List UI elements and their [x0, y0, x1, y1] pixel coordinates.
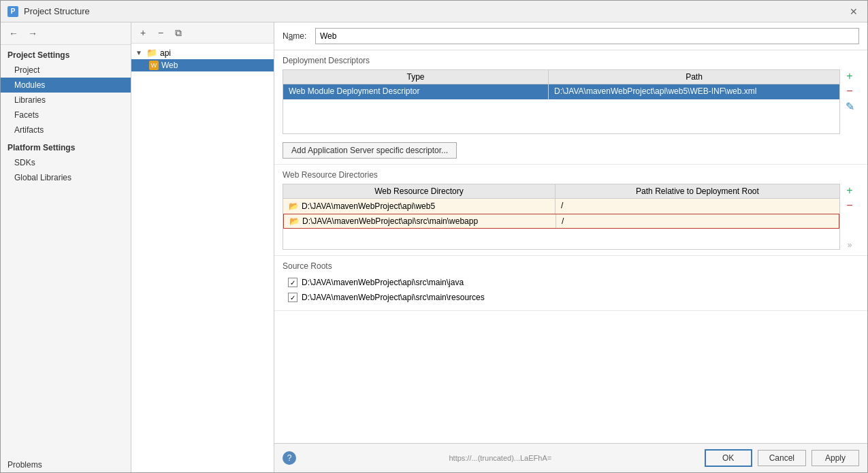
- web-resource-section: Web Resource Directories Web Resource Di…: [274, 165, 867, 256]
- dd-col-type-header: Type: [283, 70, 549, 84]
- project-settings-label: Project Settings: [1, 45, 131, 63]
- apply-button[interactable]: Apply: [811, 450, 859, 466]
- wd-empty-area: [283, 229, 839, 249]
- source-root-0-label: D:\JAVA\mavenWebProject\api\src\main\jav…: [302, 278, 464, 287]
- web-icon: W: [149, 61, 159, 70]
- dd-table-header: Type Path: [283, 70, 839, 84]
- dd-cell-type: Web Module Deployment Descriptor: [283, 84, 549, 99]
- tree-panel: + − ⧉ ▼ 📁 api W Web: [131, 22, 274, 472]
- wd-cell-dir-1: 📂 D:\JAVA\mavenWebProject\api\src\main\w…: [284, 214, 556, 228]
- wd-col-path-header: Path Relative to Deployment Root: [556, 184, 839, 198]
- main-content: Name: Deployment Descriptors Type Path: [274, 22, 867, 472]
- wd-table-header: Web Resource Directory Path Relative to …: [283, 184, 839, 199]
- sidebar-item-global-libraries[interactable]: Global Libraries: [1, 170, 131, 185]
- copy-module-button[interactable]: ⧉: [171, 25, 186, 40]
- dd-table-with-controls: Type Path Web Module Deployment Descript…: [283, 69, 859, 134]
- app-icon: P: [7, 6, 18, 17]
- dd-col-path-header: Path: [549, 70, 839, 84]
- wd-add-button[interactable]: +: [843, 184, 856, 197]
- source-root-1-checkbox[interactable]: ✓: [288, 293, 298, 302]
- dd-table-wrapper: Type Path Web Module Deployment Descript…: [283, 69, 840, 134]
- title-bar: P Project Structure ✕: [1, 1, 867, 22]
- spacer: [274, 311, 867, 443]
- sidebar-item-facets[interactable]: Facets: [1, 108, 131, 123]
- tree-content: ▼ 📁 api W Web: [131, 44, 274, 472]
- wd-expand-button: »: [843, 240, 856, 250]
- ok-button[interactable]: OK: [705, 449, 752, 467]
- dd-table-controls: + − ✎: [840, 69, 859, 134]
- nav-arrows: ← →: [1, 22, 131, 45]
- bottom-right: OK Cancel Apply: [705, 449, 859, 467]
- dd-cell-path: D:\JAVA\mavenWebProject\api\web5\WEB-INF…: [549, 84, 839, 99]
- sidebar-item-modules[interactable]: Modules: [1, 78, 131, 93]
- main-layout: ← → Project Settings Project Modules Lib…: [1, 22, 867, 472]
- wd-cell-path-1: /: [556, 214, 839, 228]
- wd-table-with-controls: Web Resource Directory Path Relative to …: [283, 184, 859, 250]
- sidebar-item-problems[interactable]: Problems: [1, 456, 131, 472]
- url-hint: https://...(truncated)...LaEFhA=: [449, 454, 551, 462]
- tree-toolbar: + − ⧉: [131, 22, 274, 44]
- sidebar-item-sdks[interactable]: SDKs: [1, 155, 131, 170]
- add-server-btn-wrapper: Add Application Server specific descript…: [283, 138, 859, 159]
- title-bar-left: P Project Structure: [7, 6, 90, 17]
- sidebar-item-artifacts[interactable]: Artifacts: [1, 123, 131, 137]
- dd-remove-button[interactable]: −: [843, 84, 856, 98]
- bottom-left: ?: [283, 451, 296, 465]
- dd-table-row[interactable]: Web Module Deployment Descriptor D:\JAVA…: [283, 84, 839, 99]
- tree-node-web[interactable]: W Web: [131, 59, 274, 71]
- sidebar: ← → Project Settings Project Modules Lib…: [1, 22, 131, 472]
- remove-module-button[interactable]: −: [153, 25, 168, 40]
- wd-col-dir-header: Web Resource Directory: [283, 184, 556, 198]
- add-module-button[interactable]: +: [135, 25, 150, 40]
- deployment-descriptors-section: Deployment Descriptors Type Path Web Mod…: [274, 50, 867, 165]
- deployment-descriptors-label: Deployment Descriptors: [283, 56, 859, 65]
- wd-table: Web Resource Directory Path Relative to …: [283, 184, 840, 250]
- name-row: Name:: [274, 22, 867, 50]
- folder-icon-api: 📁: [146, 48, 157, 58]
- add-server-descriptor-button[interactable]: Add Application Server specific descript…: [283, 142, 457, 159]
- tree-node-web-label: Web: [161, 61, 178, 70]
- dd-add-button[interactable]: +: [843, 69, 856, 83]
- source-roots-section: Source Roots ✓ D:\JAVA\mavenWebProject\a…: [274, 256, 867, 311]
- wd-table-row-1[interactable]: 📂 D:\JAVA\mavenWebProject\api\src\main\w…: [283, 214, 839, 229]
- sidebar-item-libraries[interactable]: Libraries: [1, 93, 131, 108]
- tree-node-api[interactable]: ▼ 📁 api: [131, 46, 274, 59]
- source-root-1[interactable]: ✓ D:\JAVA\mavenWebProject\api\src\main\r…: [283, 290, 859, 305]
- close-button[interactable]: ✕: [847, 5, 861, 18]
- tree-node-api-label: api: [160, 48, 171, 58]
- expand-arrow-api: ▼: [135, 49, 144, 56]
- wd-cell-dir-0: 📂 D:\JAVA\mavenWebProject\api\web5: [283, 199, 556, 214]
- wd-table-wrapper: Web Resource Directory Path Relative to …: [283, 184, 840, 250]
- web-resource-label: Web Resource Directories: [283, 170, 859, 180]
- sidebar-item-project[interactable]: Project: [1, 63, 131, 78]
- source-root-0[interactable]: ✓ D:\JAVA\mavenWebProject\api\src\main\j…: [283, 275, 859, 290]
- wd-table-controls: + − »: [840, 184, 859, 250]
- source-root-1-label: D:\JAVA\mavenWebProject\api\src\main\res…: [302, 293, 485, 302]
- source-root-0-checkbox[interactable]: ✓: [288, 278, 298, 287]
- wd-cell-path-0: /: [556, 199, 839, 214]
- back-button[interactable]: ←: [6, 27, 21, 40]
- wd-remove-button[interactable]: −: [843, 199, 856, 212]
- source-roots-label: Source Roots: [283, 261, 859, 271]
- dd-empty-area: [283, 99, 839, 133]
- name-field-label: Name:: [283, 31, 310, 41]
- project-structure-window: P Project Structure ✕ ← → Project Settin…: [0, 0, 868, 473]
- dd-table: Type Path Web Module Deployment Descript…: [283, 69, 840, 134]
- platform-settings-label: Platform Settings: [1, 137, 131, 155]
- window-title: Project Structure: [24, 6, 90, 16]
- dd-edit-button[interactable]: ✎: [843, 99, 856, 113]
- folder-icon-0: 📂: [289, 201, 299, 211]
- name-input[interactable]: [315, 28, 859, 44]
- cancel-button[interactable]: Cancel: [758, 450, 806, 466]
- help-button[interactable]: ?: [283, 451, 296, 465]
- wd-table-row-0[interactable]: 📂 D:\JAVA\mavenWebProject\api\web5 /: [283, 199, 839, 214]
- forward-button[interactable]: →: [25, 27, 40, 40]
- folder-icon-1: 📂: [289, 216, 300, 226]
- bottom-bar: ? https://...(truncated)...LaEFhA= OK Ca…: [274, 443, 867, 472]
